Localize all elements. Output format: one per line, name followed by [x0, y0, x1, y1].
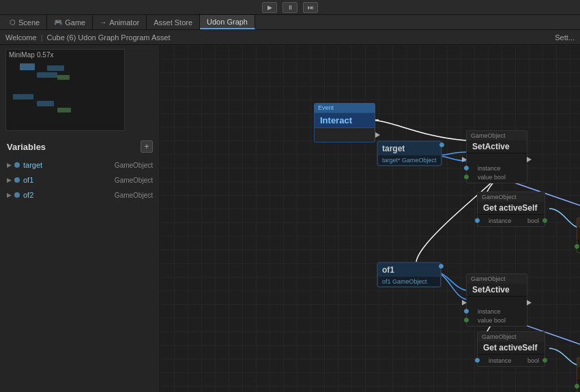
tab-scene[interactable]: ⬡ Scene — [3, 15, 47, 29]
node-get-active-self-2[interactable]: GameObject Get activeSelf instance bool — [477, 331, 545, 367]
node-unary-1-title: UnaryNegation — [577, 228, 580, 241]
breadcrumb-bar: Welcome | Cube (6) Udon Graph Program As… — [0, 30, 580, 45]
var-expand-of2: ▶ — [7, 192, 12, 198]
node-get-active-1-title: Get activeSelf — [477, 202, 545, 215]
animator-icon: → — [100, 18, 106, 26]
node-of1-var[interactable]: of1 of1 GameObject — [377, 262, 441, 288]
breadcrumb-path: Cube (6) Udon Graph Program Asset — [47, 33, 171, 42]
node-target-title: target — [377, 141, 441, 155]
var-type-of2: GameObject — [115, 192, 153, 199]
variable-row-of1[interactable]: ▶ of1 GameObject — [3, 173, 157, 187]
graph-canvas[interactable]: Event Interact target target* GameObject… — [160, 45, 580, 392]
main-area: MiniMap 0.57x Variables + ▶ tar — [0, 45, 580, 392]
tab-animator-label: Animator — [109, 18, 139, 27]
tab-asset-store[interactable]: Asset Store — [147, 15, 200, 29]
node-unary-1-header: Boolean — [577, 217, 580, 228]
pause-button[interactable]: ⏸ — [282, 2, 298, 13]
minimap-zoom: 0.57x — [37, 51, 53, 59]
tab-bar: ⬡ Scene 🎮 Game → Animator Asset Store Ud… — [0, 15, 580, 30]
minimap: MiniMap 0.57x — [5, 49, 125, 131]
node-unary-neg-1[interactable]: Boolean UnaryNegation bool bool — [577, 217, 580, 253]
breadcrumb-separator: | — [41, 33, 43, 42]
var-dot-target — [14, 162, 20, 168]
node-get-active-self-1[interactable]: GameObject Get activeSelf instance bool — [477, 192, 545, 227]
node-set-active-2-header: GameObject — [466, 273, 527, 284]
node-interact-title: Interact — [314, 112, 375, 128]
var-expand-target: ▶ — [7, 162, 12, 168]
var-name-of1: of1 — [23, 176, 115, 184]
node-set-active-2-title: SetActive — [466, 284, 527, 297]
tab-animator[interactable]: → Animator — [93, 15, 147, 29]
node-get-active-2-title: Get activeSelf — [477, 342, 545, 355]
node-interact-header: Event — [314, 103, 375, 112]
tab-udon-graph[interactable]: Udon Graph — [200, 15, 255, 29]
node-set-active-1-title: SetActive — [466, 140, 527, 153]
variables-title: Variables — [7, 142, 46, 152]
variable-row-of2[interactable]: ▶ of2 GameObject — [3, 188, 157, 202]
breadcrumb-welcome[interactable]: Welcome — [5, 33, 37, 42]
tab-asset-store-label: Asset Store — [154, 18, 192, 27]
scene-icon: ⬡ — [10, 18, 16, 26]
node-unary-2-title: UnaryNegation — [577, 367, 580, 380]
minimap-label: MiniMap — [9, 51, 35, 59]
var-dot-of1 — [14, 177, 20, 183]
variables-header: Variables + — [3, 138, 157, 155]
node-of1-title: of1 — [377, 262, 441, 277]
node-interact[interactable]: Event Interact — [314, 103, 375, 142]
port-instance-label: instance — [472, 165, 501, 172]
play-button[interactable]: ▶ — [262, 2, 277, 13]
var-type-of1: GameObject — [115, 177, 153, 184]
var-dot-of2 — [14, 192, 20, 198]
var-expand-of1: ▶ — [7, 177, 12, 183]
game-icon: 🎮 — [54, 18, 62, 26]
node-get-active-2-header: GameObject — [477, 331, 545, 342]
node-unary-neg-2[interactable]: Boolean UnaryNegation bool bool — [577, 357, 580, 392]
tab-scene-label: Scene — [18, 18, 40, 27]
left-panel: MiniMap 0.57x Variables + ▶ tar — [0, 45, 160, 392]
var-name-of2: of2 — [23, 191, 115, 199]
node-target-var[interactable]: target target* GameObject — [377, 140, 442, 166]
node-of1-sub: of1 GameObject — [377, 277, 441, 287]
tab-game[interactable]: 🎮 Game — [47, 15, 93, 29]
var-name-target: target — [23, 161, 115, 169]
add-variable-button[interactable]: + — [141, 140, 153, 153]
node-set-active-2[interactable]: GameObject SetActive instance value bool — [466, 273, 527, 327]
node-set-active-1-header: GameObject — [466, 130, 527, 140]
variables-panel: Variables + ▶ target GameObject ▶ of1 Ga… — [0, 135, 160, 392]
port-value-label: value bool — [472, 174, 506, 181]
node-target-sub: target* GameObject — [377, 155, 441, 166]
settings-button[interactable]: Sett... — [555, 33, 575, 42]
variable-row-target[interactable]: ▶ target GameObject — [3, 158, 157, 172]
node-get-active-1-header: GameObject — [477, 192, 545, 202]
step-button[interactable]: ⏭ — [303, 2, 318, 13]
tab-game-label: Game — [65, 18, 85, 27]
var-type-target: GameObject — [115, 162, 153, 169]
tab-udon-graph-label: Udon Graph — [207, 18, 248, 26]
node-unary-2-header: Boolean — [577, 357, 580, 367]
top-toolbar: ▶ ⏸ ⏭ — [0, 0, 580, 15]
node-set-active-1[interactable]: GameObject SetActive instance value bool — [466, 130, 527, 183]
